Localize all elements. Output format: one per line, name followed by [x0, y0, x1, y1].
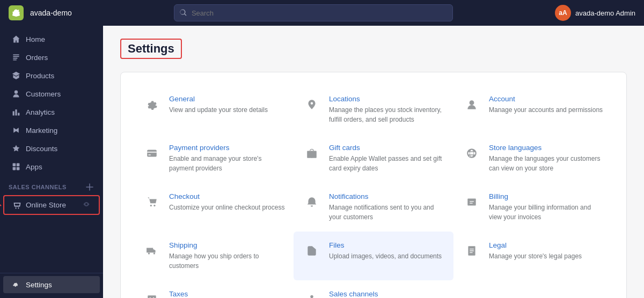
- svg-point-7: [470, 100, 474, 105]
- svg-point-15: [148, 252, 150, 254]
- svg-rect-8: [147, 150, 157, 157]
- search-bar[interactable]: [174, 4, 453, 21]
- svg-rect-18: [148, 295, 156, 298]
- sidebar-item-analytics[interactable]: Analytics: [3, 103, 100, 121]
- svg-rect-1: [17, 163, 20, 167]
- settings-item-locations[interactable]: Locations Manage the places you stock in…: [294, 85, 453, 134]
- settings-item-gift-cards[interactable]: Gift cards Enable Apple Wallet passes an…: [294, 134, 453, 183]
- settings-item-general[interactable]: General View and update your store detai…: [134, 85, 294, 134]
- sidebar: Home Orders Products Customers Analytics: [0, 26, 103, 298]
- settings-item-account[interactable]: Account Manage your accounts and permiss…: [453, 85, 613, 134]
- settings-item-store-languages[interactable]: Store languages Manage the languages you…: [453, 134, 613, 183]
- notifications-desc: Manage notifications sent to you and you…: [329, 203, 445, 222]
- online-store-icon: [13, 201, 21, 210]
- settings-grid: General View and update your store detai…: [134, 85, 613, 298]
- main-content: Settings General View and update your st…: [103, 26, 644, 298]
- sidebar-item-home[interactable]: Home: [3, 31, 100, 48]
- gift-cards-desc: Enable Apple Wallet passes and set gift …: [329, 154, 445, 173]
- settings-item-taxes[interactable]: Taxes Manage how your store charges taxe…: [134, 280, 294, 298]
- page-title: Settings: [128, 42, 174, 56]
- store-name: avada-demo: [30, 9, 72, 17]
- sidebar-label-discounts: Discounts: [26, 145, 57, 153]
- files-icon: [302, 241, 321, 260]
- avatar: aA: [555, 5, 571, 21]
- settings-item-notifications[interactable]: Notifications Manage notifications sent …: [294, 183, 453, 232]
- page-title-wrapper: Settings: [120, 39, 182, 59]
- sidebar-item-discounts[interactable]: Discounts: [3, 140, 100, 157]
- sales-channels-label: SALES CHANNELS: [0, 176, 103, 194]
- gift-cards-title: Gift cards: [329, 144, 445, 152]
- apps-icon: [12, 162, 20, 171]
- svg-point-13: [153, 205, 155, 206]
- legal-desc: Manage your store's legal pages: [489, 251, 582, 261]
- locations-desc: Manage the places you stock inventory, f…: [329, 105, 445, 124]
- shipping-desc: Manage how you ship orders to customers: [169, 251, 285, 271]
- svg-rect-9: [148, 154, 150, 155]
- user-menu[interactable]: aA avada-demo Admin: [555, 5, 635, 21]
- settings-item-payment[interactable]: Payment providers Enable and manage your…: [134, 134, 294, 183]
- payment-title: Payment providers: [169, 144, 285, 152]
- sidebar-item-products[interactable]: Products: [3, 67, 100, 84]
- online-store-label: Online Store: [26, 201, 66, 209]
- highlight-arrow: [0, 196, 2, 214]
- analytics-icon: [12, 108, 20, 116]
- sidebar-label-apps: Apps: [26, 163, 42, 171]
- svg-point-19: [310, 295, 313, 298]
- files-desc: Upload images, videos, and documents: [329, 251, 442, 261]
- sidebar-label-customers: Customers: [26, 90, 61, 98]
- eye-icon[interactable]: [83, 200, 90, 210]
- svg-rect-3: [17, 167, 20, 170]
- sidebar-bottom: Settings: [0, 273, 103, 294]
- sidebar-item-apps[interactable]: Apps: [3, 158, 100, 175]
- general-title: General: [169, 95, 268, 103]
- settings-item-files[interactable]: Files Upload images, videos, and documen…: [294, 232, 453, 280]
- sidebar-item-online-store[interactable]: Online Store: [3, 195, 100, 215]
- sidebar-item-customers[interactable]: Customers: [3, 85, 100, 102]
- notifications-title: Notifications: [329, 192, 445, 200]
- sidebar-label-home: Home: [26, 35, 45, 43]
- account-desc: Manage your accounts and permissions: [489, 105, 603, 115]
- billing-icon: [462, 192, 481, 212]
- store-languages-desc: Manage the languages your customers can …: [489, 154, 605, 173]
- settings-item-sales-channels[interactable]: Sales channels Manage the channels you u…: [294, 280, 453, 298]
- gift-icon: [302, 144, 321, 163]
- notifications-icon: [302, 192, 321, 212]
- sidebar-label-analytics: Analytics: [26, 108, 55, 116]
- settings-item-legal[interactable]: Legal Manage your store's legal pages: [453, 232, 613, 280]
- settings-item-billing[interactable]: Billing Manage your billing information …: [453, 183, 613, 232]
- search-icon: [180, 9, 187, 17]
- legal-title: Legal: [489, 241, 582, 249]
- sidebar-item-settings[interactable]: Settings: [3, 276, 100, 293]
- products-icon: [12, 71, 20, 80]
- settings-item-shipping[interactable]: Shipping Manage how you ship orders to c…: [134, 232, 294, 280]
- billing-desc: Manage your billing information and view…: [489, 203, 605, 222]
- settings-icon: [12, 280, 20, 289]
- sales-channels-icon: [302, 290, 321, 298]
- store-languages-title: Store languages: [489, 144, 605, 152]
- settings-item-checkout[interactable]: Checkout Customize your online checkout …: [134, 183, 294, 232]
- account-title: Account: [489, 95, 603, 103]
- empty-cell: [453, 280, 613, 298]
- location-icon: [302, 95, 321, 114]
- sidebar-item-marketing[interactable]: Marketing: [3, 122, 100, 139]
- svg-rect-14: [467, 198, 475, 205]
- sidebar-item-orders[interactable]: Orders: [3, 49, 100, 66]
- add-sales-channel-icon[interactable]: [85, 182, 94, 192]
- payment-desc: Enable and manage your store's payment p…: [169, 154, 285, 173]
- svg-rect-5: [18, 207, 19, 208]
- svg-rect-0: [13, 163, 16, 167]
- billing-title: Billing: [489, 192, 605, 200]
- svg-point-12: [150, 205, 152, 206]
- shipping-title: Shipping: [169, 241, 285, 249]
- user-name: avada-demo Admin: [575, 9, 635, 17]
- taxes-icon: [142, 290, 162, 298]
- checkout-icon: [142, 192, 162, 212]
- discounts-icon: [12, 144, 20, 153]
- search-input[interactable]: [192, 9, 447, 17]
- settings-label: Settings: [26, 281, 52, 289]
- sales-channels-title: Sales channels: [329, 290, 445, 298]
- account-icon: [462, 95, 481, 114]
- files-title: Files: [329, 241, 442, 249]
- sidebar-label-products: Products: [26, 72, 54, 80]
- topbar: avada-demo aA avada-demo Admin: [0, 0, 644, 26]
